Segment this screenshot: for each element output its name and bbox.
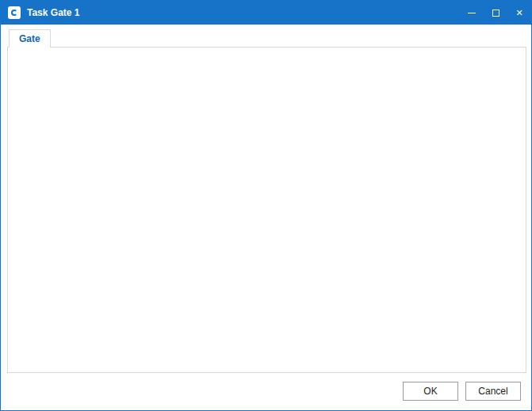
tab-page bbox=[7, 47, 526, 373]
maximize-icon bbox=[492, 10, 499, 17]
minimize-icon bbox=[468, 13, 476, 13]
tab-gate-label: Gate bbox=[19, 33, 40, 44]
dialog-window: Task Gate 1 ✕ Gate Details Name Date 22.… bbox=[0, 0, 532, 411]
cancel-button[interactable]: Cancel bbox=[465, 382, 521, 401]
app-logo-icon bbox=[11, 10, 17, 16]
window-title: Task Gate 1 bbox=[27, 7, 79, 18]
cancel-button-label: Cancel bbox=[478, 386, 507, 397]
close-button[interactable]: ✕ bbox=[507, 1, 531, 25]
ok-button[interactable]: OK bbox=[403, 382, 458, 401]
maximize-button[interactable] bbox=[484, 1, 507, 25]
ok-button-label: OK bbox=[423, 386, 437, 397]
app-icon[interactable] bbox=[8, 6, 21, 19]
close-icon: ✕ bbox=[515, 8, 522, 18]
minimize-button[interactable] bbox=[460, 1, 484, 25]
titlebar: Task Gate 1 ✕ bbox=[1, 1, 531, 25]
window-controls: ✕ bbox=[460, 1, 531, 25]
tab-gate[interactable]: Gate bbox=[9, 29, 51, 48]
